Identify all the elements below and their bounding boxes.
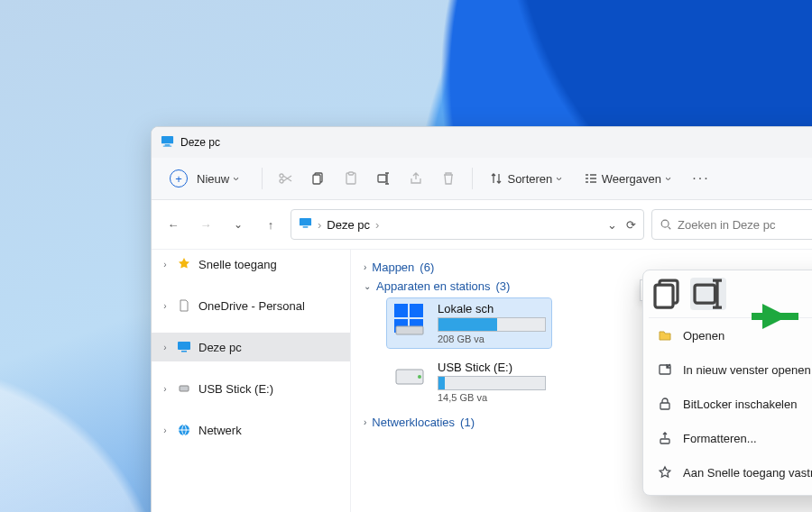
trash-icon [441, 171, 456, 186]
svg-rect-2 [163, 146, 171, 147]
sidebar-item-quick-access[interactable]: › Snelle toegang [152, 250, 350, 279]
document-icon [177, 298, 191, 313]
sidebar-item-network[interactable]: › Netwerk [152, 416, 350, 444]
sidebar-item-label: Snelle toegang [198, 258, 277, 271]
search-icon [660, 218, 672, 231]
back-button[interactable]: ← [161, 212, 186, 237]
svg-rect-15 [394, 304, 408, 317]
ctx-new-window[interactable]: In nieuw venster openen [649, 352, 812, 387]
rename-button[interactable] [369, 163, 398, 194]
new-label: Nieuw [197, 172, 238, 186]
this-pc-icon [177, 340, 191, 354]
chevron-right-icon: › [364, 262, 366, 272]
scissors-icon [279, 171, 293, 186]
svg-rect-9 [303, 226, 309, 227]
star-icon [177, 257, 191, 271]
drive-c[interactable]: Lokale sch 208 GB va [387, 298, 551, 348]
ctx-format[interactable]: Formatteren... [649, 421, 812, 455]
search-placeholder: Zoeken in Deze pc [678, 218, 775, 232]
svg-rect-6 [349, 172, 354, 175]
ctx-bitlocker[interactable]: BitLocker inschakelen [649, 387, 812, 421]
ctx-copy-button[interactable] [651, 278, 687, 310]
command-bar: + Nieuw Sorteren Weergaven ··· [152, 158, 812, 200]
chevron-right-icon: › [161, 260, 170, 270]
cut-button[interactable] [272, 163, 300, 194]
explorer-body: › Snelle toegang › OneDrive - Personal ›… [152, 250, 812, 512]
capacity-bar [438, 317, 546, 332]
capacity-bar [438, 376, 546, 390]
explorer-window: Deze pc + Nieuw Sorteren Weergaven ··· ←… [151, 126, 812, 512]
chevron-down-icon[interactable]: ⌄ [607, 218, 617, 232]
chevron-right-icon: › [318, 218, 321, 232]
svg-rect-13 [180, 386, 189, 391]
sidebar-item-onedrive[interactable]: › OneDrive - Personal [152, 291, 350, 320]
separator [262, 168, 263, 189]
copy-button[interactable] [304, 163, 333, 194]
drive-icon [392, 302, 427, 336]
star-outline-icon [658, 465, 672, 480]
this-pc-icon [299, 216, 312, 233]
sort-button[interactable]: Sorteren [482, 163, 572, 194]
drive-usb[interactable]: USB Stick (E:) 14,5 GB va [387, 357, 551, 407]
usb-icon [177, 381, 191, 396]
drive-subtext: 14,5 GB va [438, 392, 546, 403]
chevron-down-icon: ⌄ [364, 281, 371, 291]
address-bar[interactable]: › Deze pc › ⌄ ⟳ [291, 209, 644, 240]
svg-rect-7 [378, 175, 386, 182]
svg-point-24 [418, 375, 421, 379]
share-button[interactable] [401, 163, 430, 194]
svg-rect-30 [660, 439, 669, 443]
separator [472, 168, 473, 189]
svg-rect-27 [695, 285, 715, 303]
share-icon [409, 171, 423, 186]
chevron-right-icon: › [161, 343, 170, 352]
sidebar-item-this-pc[interactable]: › Deze pc [152, 333, 350, 361]
view-label: Weergaven [602, 172, 671, 186]
paste-button[interactable] [337, 163, 365, 194]
drive-name: USB Stick (E:) [438, 361, 546, 374]
sidebar-item-label: Deze pc [198, 341, 242, 354]
sidebar-item-label: USB Stick (E:) [198, 382, 273, 396]
ctx-rename-button[interactable] [690, 278, 726, 310]
forward-button[interactable]: → [193, 212, 218, 237]
svg-rect-4 [313, 175, 320, 184]
sidebar-item-label: OneDrive - Personal [198, 299, 305, 313]
plus-circle-icon: + [170, 169, 188, 187]
view-icon [584, 171, 598, 186]
chevron-right-icon: › [364, 417, 366, 427]
lock-icon [658, 397, 672, 411]
sidebar-item-usb[interactable]: › USB Stick (E:) [152, 374, 350, 403]
refresh-icon[interactable]: ⟳ [626, 218, 636, 232]
sidebar-item-label: Netwerk [198, 424, 242, 437]
rename-icon [690, 276, 726, 312]
svg-rect-0 [161, 136, 173, 143]
chevron-right-icon: › [375, 218, 379, 232]
svg-rect-29 [660, 403, 669, 409]
rename-icon [376, 171, 391, 186]
drive-subtext: 208 GB va [438, 334, 546, 344]
network-icon [177, 423, 191, 437]
up-button[interactable]: ↑ [258, 212, 283, 237]
ctx-pin[interactable]: Aan Snelle toegang vastmaken [649, 455, 812, 489]
recent-button chev[interactable]: ⌄ [226, 212, 251, 237]
search-input[interactable]: Zoeken in Deze pc [651, 209, 812, 240]
annotation-arrow [735, 304, 798, 329]
view-button[interactable]: Weergaven [577, 163, 682, 194]
breadcrumb-root[interactable]: Deze pc [327, 218, 370, 232]
chevron-right-icon: › [161, 384, 170, 394]
more-button[interactable]: ··· [685, 163, 716, 194]
new-window-icon [658, 362, 672, 377]
new-button[interactable]: + Nieuw [159, 163, 253, 194]
svg-rect-1 [165, 144, 171, 145]
chevron-right-icon: › [161, 425, 170, 435]
sort-icon [489, 171, 503, 186]
window-title: Deze pc [180, 136, 220, 149]
copy-icon [651, 276, 687, 312]
title-bar[interactable]: Deze pc [152, 127, 812, 158]
clipboard-icon [344, 171, 358, 186]
svg-rect-11 [178, 342, 190, 350]
folder-open-icon [658, 328, 672, 343]
svg-rect-16 [410, 304, 423, 317]
copy-icon [311, 171, 326, 186]
delete-button[interactable] [434, 163, 463, 194]
